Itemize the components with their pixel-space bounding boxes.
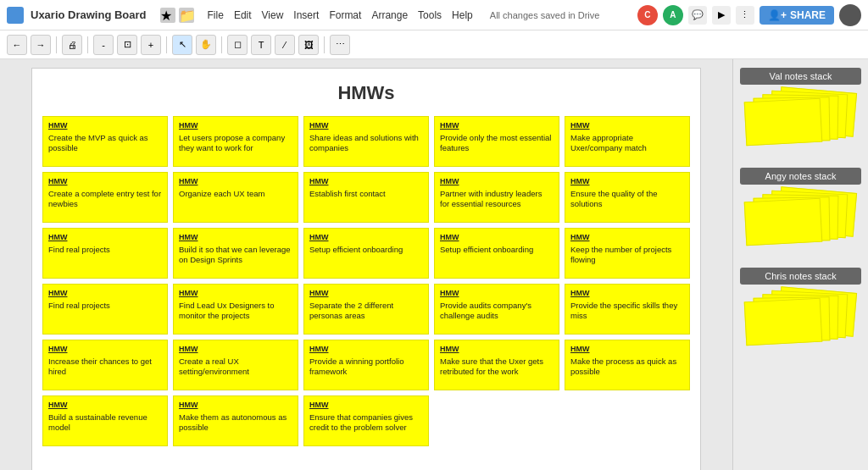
menu-bar: File Edit View Insert Format Arrange Too… [208, 9, 473, 21]
select-tool[interactable]: ↖ [172, 35, 192, 55]
val-notes-stack-label[interactable]: Val notes stack [740, 68, 861, 85]
image-tool[interactable]: 🖼 [298, 35, 319, 55]
sticky-note[interactable]: HMW Make appropriate Uxer/company match [565, 116, 690, 167]
angy-notes-stack-visual [745, 190, 856, 257]
sticky-note[interactable]: HMW Make the process as quick as possibl… [565, 340, 690, 390]
board: HMWs HMW Create the MVP as quick as poss… [31, 68, 701, 470]
menu-insert[interactable]: Insert [293, 9, 319, 21]
line-tool[interactable]: ∕ [275, 35, 295, 55]
sticky-note[interactable]: HMW Share ideas and solutions with compa… [303, 116, 429, 167]
share-icon: 👤+ [768, 9, 787, 21]
sticky-note[interactable]: HMW Keep the number of projects flowing [565, 228, 690, 279]
undo-button[interactable]: ← [7, 35, 27, 55]
sticky-note[interactable]: HMW Establish first contact [303, 172, 429, 223]
menu-arrange[interactable]: Arrange [371, 9, 408, 21]
sticky-note[interactable]: HMW Separate the 2 different personas ar… [303, 284, 429, 335]
mini-sticky [744, 98, 823, 147]
zoom-out-button[interactable]: - [93, 35, 114, 55]
chat-icon[interactable]: 💬 [688, 6, 707, 25]
sticky-note[interactable]: HMW Provide only the most essential feat… [434, 116, 559, 167]
topbar: Uxario Drawing Board ★ 📁 File Edit View … [0, 0, 868, 30]
sticky-note[interactable]: HMW Organize each UX team [173, 172, 298, 223]
hmw-label: HMW [48, 177, 162, 187]
hmw-label: HMW [570, 345, 684, 355]
more-icon[interactable]: ⋮ [736, 6, 754, 25]
menu-file[interactable]: File [208, 9, 224, 21]
print-button[interactable]: 🖨 [62, 35, 82, 55]
sticky-note[interactable]: HMW Make them as autonomous as possible [173, 395, 298, 446]
present-icon[interactable]: ▶ [712, 6, 731, 25]
canvas[interactable]: HMWs HMW Create the MVP as quick as poss… [0, 59, 732, 470]
hmw-label: HMW [440, 233, 554, 243]
menu-tools[interactable]: Tools [418, 9, 442, 21]
sticky-note[interactable]: HMW Provide the specific skills they mis… [565, 284, 690, 335]
toolbar-separator-1 [56, 36, 57, 53]
sticky-note[interactable]: HMW Find real projects [42, 228, 168, 279]
user-avatar[interactable] [839, 4, 861, 26]
share-button[interactable]: 👤+ SHARE [760, 6, 834, 25]
board-title: HMWs [42, 82, 690, 104]
toolbar-separator-5 [324, 36, 325, 53]
sidebar: Val notes stack Angy notes stack Chris [732, 59, 868, 470]
main-area: HMWs HMW Create the MVP as quick as poss… [0, 59, 868, 470]
hmw-label: HMW [48, 233, 162, 243]
toolbar-separator-2 [87, 36, 88, 53]
sticky-note[interactable]: HMW Find Lead Ux Designers to monitor th… [173, 284, 298, 335]
sticky-note[interactable]: HMW Find real projects [42, 284, 168, 335]
menu-edit[interactable]: Edit [234, 9, 252, 21]
topbar-right: C A 💬 ▶ ⋮ 👤+ SHARE [637, 4, 861, 26]
hmw-label: HMW [440, 177, 554, 187]
chris-notes-stack-visual [745, 290, 856, 357]
sticky-note[interactable]: HMW Ensure the quality of the solutions [565, 172, 690, 223]
mini-sticky [744, 198, 823, 246]
sticky-note[interactable]: HMW Create a complete entry test for new… [42, 172, 168, 223]
sticky-note[interactable]: HMW Build it so that we can leverage on … [173, 228, 298, 279]
redo-button[interactable]: → [31, 35, 51, 55]
menu-format[interactable]: Format [329, 9, 361, 21]
sticky-note[interactable]: HMW Partner with industry leaders for es… [434, 172, 559, 223]
menu-view[interactable]: View [262, 9, 284, 21]
sticky-note[interactable]: HMW Make sure that the Uxer gets retribu… [434, 340, 559, 390]
hmw-label: HMW [179, 233, 292, 243]
chris-notes-stack-label[interactable]: Chris notes stack [740, 268, 861, 285]
val-notes-stack-section: Val notes stack [740, 68, 861, 158]
hmw-label: HMW [570, 177, 684, 187]
shapes-tool[interactable]: ◻ [227, 35, 248, 55]
hmw-label: HMW [179, 345, 292, 355]
more-tools-button[interactable]: ⋯ [330, 35, 350, 55]
hmw-label: HMW [179, 121, 292, 131]
hmw-label: HMW [309, 177, 423, 187]
zoom-fit-button[interactable]: ⊡ [117, 35, 137, 55]
sticky-note[interactable]: HMW Create a real UX setting/environment [173, 340, 298, 390]
zoom-in-button[interactable]: + [141, 35, 161, 55]
sticky-note[interactable]: HMW Build a sustainable revenue model [42, 395, 168, 446]
sticky-note[interactable]: HMW Ensure that companies gives credit t… [303, 395, 429, 446]
app-title: Uxario Drawing Board [31, 8, 147, 21]
menu-help[interactable]: Help [452, 9, 473, 21]
hmw-label: HMW [179, 401, 292, 411]
hmw-label: HMW [309, 121, 423, 131]
angy-notes-stack-section: Angy notes stack [740, 168, 861, 257]
star-icon[interactable]: ★ [160, 8, 175, 23]
hmw-label: HMW [309, 401, 423, 411]
sticky-note[interactable]: HMW Create the MVP as quick as possible [42, 116, 168, 167]
sticky-note[interactable]: HMW Setup efficient onboarding [303, 228, 429, 279]
app-logo [7, 7, 24, 24]
hmw-label: HMW [179, 177, 292, 187]
sticky-note[interactable]: HMW Provide audits company's challenge a… [434, 284, 559, 335]
hmw-label: HMW [440, 121, 554, 131]
chris-notes-stack-section: Chris notes stack [740, 268, 861, 357]
folder-icon[interactable]: 📁 [179, 8, 194, 23]
sticky-note-empty [565, 395, 690, 446]
hmw-label: HMW [179, 289, 292, 299]
pan-tool[interactable]: ✋ [196, 35, 216, 55]
text-tool[interactable]: T [251, 35, 271, 55]
sticky-note[interactable]: HMW Setup efficient onboarding [434, 228, 559, 279]
val-notes-stack-visual [745, 90, 856, 158]
sticky-note[interactable]: HMW Let users propose a company they wan… [173, 116, 298, 167]
hmw-label: HMW [48, 401, 162, 411]
sticky-note[interactable]: HMW Increase their chances to get hired [42, 340, 168, 390]
angy-notes-stack-label[interactable]: Angy notes stack [740, 168, 861, 185]
avatar-a: A [663, 5, 683, 25]
sticky-note[interactable]: HMW Provide a winning portfolio framewor… [303, 340, 429, 390]
